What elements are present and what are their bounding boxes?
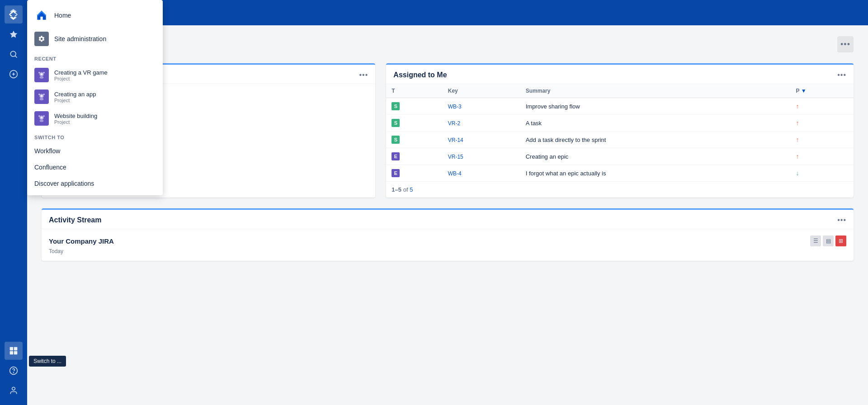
svg-point-21 [41,95,42,97]
issue-key[interactable]: VR-14 [448,137,463,143]
priority-icon-down: ↓ [796,170,799,177]
create-icon[interactable] [5,65,23,83]
activity-body: Your Company JIRA ☰ ▤ ⊞ Today [42,229,854,261]
table-row: S WB-3 Improve sharing flow ↑ [386,98,854,115]
site-admin-menu-item[interactable]: Site administration [27,27,163,51]
issue-key[interactable]: VR-2 [448,120,460,127]
page-header: System dashboard ••• [42,36,854,52]
assigned-title: Assigned to Me [393,71,447,79]
svg-point-2 [10,51,16,57]
issue-type-epic-icon: E [392,152,400,160]
col-type: T [386,84,442,98]
svg-point-16 [38,72,40,74]
pagination-total-link[interactable]: 5 [410,186,413,193]
issue-type-story-icon: S [392,119,400,127]
page-more-button[interactable]: ••• [837,36,854,52]
priority-icon-up: ↑ [796,103,799,110]
recent-project-vr-game-icon [34,68,49,82]
recent-project-app-text: Creating an app Project [54,91,96,103]
activity-company-row: Your Company JIRA ☰ ▤ ⊞ [49,235,846,246]
issue-summary: Add a task directly to the sprint [526,137,606,143]
svg-point-28 [41,117,42,119]
svg-rect-7 [14,351,18,355]
priority-icon-up: ↑ [796,136,799,143]
site-admin-label: Site administration [54,35,106,42]
help-icon[interactable] [5,362,23,380]
activity-feed-icon[interactable]: ⊞ [835,235,846,246]
issue-key[interactable]: VR-15 [448,154,463,160]
recent-project-website-text: Website building Project [54,113,97,125]
home-label: Home [54,12,71,19]
app-switcher-dropdown: Home Site administration RECENT [27,0,163,195]
issue-type-epic-icon: E [392,169,400,177]
svg-rect-5 [14,347,18,351]
sidebar [0,0,27,405]
activity-icon-buttons: ☰ ▤ ⊞ [810,235,846,246]
atlassian-home-icon [34,8,49,23]
svg-marker-0 [9,12,12,16]
svg-point-22 [40,98,44,100]
svg-point-23 [38,94,40,95]
svg-rect-6 [10,351,14,355]
svg-point-31 [43,115,45,117]
issue-summary: I forgot what an epic actually is [526,170,606,177]
activity-grid-icon[interactable]: ▤ [823,235,834,246]
assigned-more-button[interactable]: ••• [837,71,846,79]
profile-icon[interactable] [5,381,23,400]
assigned-table: T Key Summary P ▼ S WB-3 [386,84,854,181]
dashboard-row-1: Introduction ••• Welcome to our workspac… [42,63,854,198]
recent-project-app-icon [34,89,49,104]
svg-point-17 [43,72,45,74]
table-row: S VR-14 Add a task directly to the sprin… [386,132,854,148]
table-row: S VR-2 A task ↑ [386,115,854,132]
apps-icon[interactable] [5,342,23,360]
recent-project-vr-game[interactable]: Creating a VR game Project [27,64,163,86]
starred-icon[interactable] [5,25,23,43]
svg-point-14 [41,74,42,75]
svg-marker-1 [14,12,18,16]
assigned-to-me-gadget: Assigned to Me ••• T Key Summary P ▼ [386,63,854,198]
issue-summary: Creating an epic [526,153,569,160]
pagination: 1–5 of 5 [386,181,854,198]
priority-icon-up: ↑ [796,119,799,127]
issue-key[interactable]: WB-4 [448,170,462,177]
switch-confluence[interactable]: Confluence [27,159,163,175]
recent-project-website-icon [34,111,49,126]
activity-gadget-header: Activity Stream ••• [42,210,854,229]
recent-section-label: RECENT [27,51,163,64]
activity-more-button[interactable]: ••• [837,216,846,224]
home-menu-item[interactable]: Home [27,4,163,27]
priority-sort-icon[interactable]: ▼ [801,88,807,94]
svg-rect-4 [10,347,14,351]
pagination-range: 1–5 [392,186,401,193]
activity-stream-gadget: Activity Stream ••• Your Company JIRA ☰ … [42,208,854,261]
table-row: E VR-15 Creating an epic ↑ [386,148,854,165]
switch-discover-apps[interactable]: Discover applications [27,175,163,192]
svg-point-10 [12,387,15,391]
introduction-more-button[interactable]: ••• [359,71,368,79]
pagination-of: of [403,186,408,193]
svg-point-9 [14,372,14,373]
issue-type-story-icon: S [392,136,400,144]
switch-workflow[interactable]: Workflow [27,143,163,159]
svg-point-15 [40,76,44,79]
table-row: E WB-4 I forgot what an epic actually is… [386,165,854,182]
col-priority: P ▼ [791,84,854,98]
issue-summary: A task [526,120,542,127]
recent-project-app[interactable]: Creating an app Project [27,86,163,108]
jira-logo-icon[interactable] [5,5,23,24]
assigned-gadget-header: Assigned to Me ••• [386,65,854,84]
issue-summary: Improve sharing flow [526,103,580,110]
col-key: Key [443,84,520,98]
issue-type-story-icon: S [392,102,400,110]
switch-to-section-label: SWITCH TO [27,129,163,143]
activity-date: Today [49,248,846,254]
svg-point-30 [38,115,40,117]
svg-point-29 [40,120,44,122]
issue-key[interactable]: WB-3 [448,104,462,110]
recent-project-website[interactable]: Website building Project [27,108,163,129]
activity-list-icon[interactable]: ☰ [810,235,821,246]
col-summary: Summary [520,84,791,98]
recent-project-vr-game-text: Creating a VR game Project [54,69,108,81]
search-icon[interactable] [5,45,23,63]
